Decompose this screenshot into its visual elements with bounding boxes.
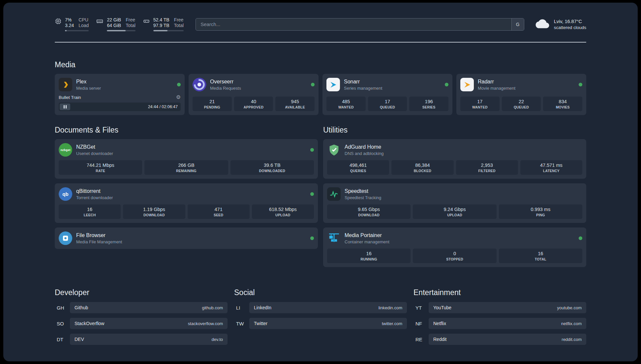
pause-button[interactable] (60, 104, 70, 110)
service-desc: Speedtest Tracking (345, 195, 381, 200)
service-name: Media Portainer (345, 232, 389, 238)
stat-label: RUNNING (328, 257, 409, 261)
bookmark-youtube[interactable]: YT YouTube youtube.com (413, 302, 586, 313)
stat-value: 945 (277, 99, 313, 104)
stat-value: 2,953 (457, 163, 517, 168)
service-card-sonarr[interactable]: Sonarr Series management 485 WANTED 17 Q… (322, 74, 452, 115)
section-social: Social LI LinkedIn linkedin.com TW Twitt… (234, 288, 407, 345)
stat-label: QUEUED (369, 105, 406, 109)
bookmark-reddit[interactable]: RE Reddit reddit.com (413, 334, 586, 345)
stat-label: BLOCKED (393, 169, 452, 173)
service-desc: Torrent downloader (76, 195, 113, 200)
cpu-widget: 7% CPU 3.24 Load (55, 17, 89, 31)
bookmark-stackoverflow[interactable]: SO StackOverflow stackoverflow.com (55, 318, 228, 329)
stat-value: 47.571 ms (522, 163, 581, 168)
playback-progress-bar[interactable]: 24:44 / 02:06:47 (59, 103, 181, 111)
stat-label: WANTED (328, 105, 364, 109)
search-provider-button[interactable]: G (511, 18, 524, 30)
service-name: qBittorrent (76, 188, 113, 194)
stat-value: 39.6 TB (232, 163, 313, 168)
bookmark-linkedin[interactable]: LI LinkedIn linkedin.com (234, 302, 407, 313)
search: G (196, 18, 524, 31)
stat-value: 22 (503, 99, 540, 104)
cloud-icon (535, 18, 550, 31)
weather-condition: scattered clouds (554, 25, 586, 30)
section-entertainment: Entertainment YT YouTube youtube.com NF … (413, 288, 586, 345)
gear-icon[interactable]: ⚙ (176, 95, 181, 100)
stat-box: 0 STOPPED (413, 249, 496, 263)
stat-box: 498,461 QUERIES (327, 160, 389, 175)
stat-box: 266 GB REMAINING (144, 160, 228, 175)
plex-icon (59, 78, 72, 91)
disk-progress-fill (153, 30, 168, 31)
status-dot (579, 236, 582, 240)
service-card-adguard[interactable]: AdGuard Home DNS and adblocking 498,461 … (323, 139, 586, 179)
stat-box: 47.571 ms LATENCY (520, 160, 582, 175)
cpu-progress-track (65, 30, 89, 31)
stat-label: WANTED (462, 105, 498, 109)
service-card-filebrowser[interactable]: File Browser Media File Management (55, 228, 318, 249)
stat-box: 9.24 Gbps UPLOAD (413, 204, 496, 219)
stat-label: QUERIES (328, 169, 388, 173)
service-stats: 16 LEECH 1.19 Gbps DOWNLOAD 471 SEED (59, 204, 314, 219)
disk-total-label: Total (174, 23, 184, 28)
qbittorrent-icon-text: qb (62, 191, 68, 197)
bookmark-abbr: YT (413, 305, 429, 311)
stat-value: 266 GB (146, 163, 227, 168)
stat-box: 945 AVAILABLE (275, 97, 315, 111)
stat-label: TOTAL (500, 257, 581, 261)
service-name: NZBGet (76, 144, 113, 150)
stat-label: LEECH (60, 213, 119, 217)
memory-free-value: 22 GiB (107, 17, 121, 23)
stat-label: FILTERED (457, 169, 517, 173)
disk-progress-track (153, 30, 184, 31)
cpu-load-label: Load (78, 23, 89, 28)
stat-label: SERIES (411, 105, 447, 109)
playback-time: 24:44 / 02:06:47 (148, 105, 178, 109)
stat-box: 9.65 Gbps DOWNLOAD (327, 204, 411, 219)
bookmark-url: youtube.com (557, 305, 582, 310)
bookmark-name: StackOverflow (75, 321, 104, 326)
stat-value: 1.19 Gbps (124, 207, 184, 212)
section-title-utilities: Utilities (323, 126, 586, 135)
search-input[interactable] (196, 18, 524, 31)
stat-label: SEED (189, 213, 248, 217)
service-stats: 485 WANTED 17 QUEUED 196 SERIES (326, 93, 448, 111)
stat-box: 22 QUEUED (502, 97, 541, 111)
stat-box: 834 MOVIES (543, 97, 582, 111)
sonarr-icon (326, 78, 340, 91)
service-desc: Media server (76, 86, 101, 91)
service-card-nzbget[interactable]: nzbget NZBGet Usenet downloader 744.21 M… (55, 139, 318, 179)
service-name: AdGuard Home (345, 144, 384, 150)
service-name: Speedtest (345, 188, 381, 194)
stat-value: 16 (500, 251, 581, 256)
bookmark-url: dev.to (212, 337, 223, 342)
stat-box: 16 LEECH (59, 204, 121, 219)
stat-label: PENDING (194, 105, 230, 109)
service-card-overseerr[interactable]: Overseerr Media Requests 21 PENDING 40 A… (189, 74, 319, 115)
stat-value: 9.24 Gbps (414, 207, 495, 212)
service-card-plex[interactable]: Plex Media server Bullet Train ⚙ 24:44 /… (55, 74, 185, 115)
service-card-radarr[interactable]: Radarr Movie management 17 WANTED 22 QUE… (456, 74, 586, 115)
stat-box: 16 TOTAL (499, 249, 582, 263)
section-title-media: Media (55, 60, 586, 69)
bookmark-url: stackoverflow.com (188, 321, 223, 326)
memory-readout: 22 GiB Free 64 GiB Total (107, 17, 135, 31)
bookmark-abbr: GH (55, 305, 70, 311)
nzbget-icon: nzbget (59, 143, 72, 157)
stat-value: 471 (189, 207, 248, 212)
service-card-portainer[interactable]: Media Portainer Container management 16 … (323, 228, 586, 267)
bookmark-twitter[interactable]: TW Twitter twitter.com (234, 318, 407, 329)
bookmark-github[interactable]: GH Github github.com (55, 302, 228, 313)
service-stats: 744.21 Mbps RATE 266 GB REMAINING 39.6 T… (59, 160, 314, 175)
stat-value: 196 (411, 99, 447, 104)
service-card-speedtest[interactable]: Speedtest Speedtest Tracking 9.65 Gbps D… (323, 183, 586, 223)
weather-location: Lviv, 16.87°C (554, 19, 586, 24)
stat-label: AVAILABLE (277, 105, 313, 109)
bookmark-dev[interactable]: DT DEV dev.to (55, 334, 228, 345)
stat-value: 16 (328, 251, 409, 256)
section-media: Media Plex Media server (55, 60, 586, 115)
service-card-qbittorrent[interactable]: qb qBittorrent Torrent downloader 16 LEE… (55, 183, 318, 223)
status-dot (310, 236, 314, 240)
bookmark-netflix[interactable]: NF Netflix netflix.com (413, 318, 586, 329)
